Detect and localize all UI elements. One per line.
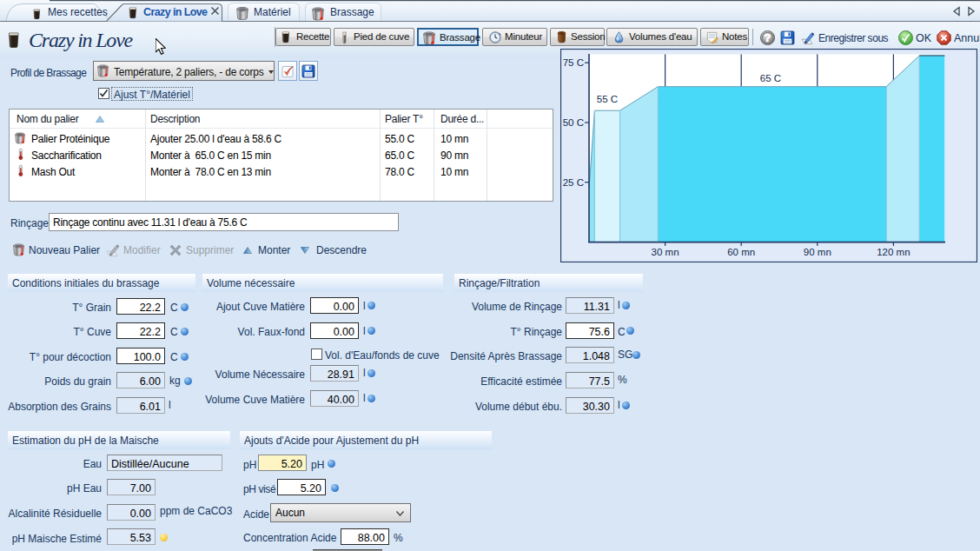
svg-text:Brassage: Brassage: [330, 6, 374, 18]
svg-text:30 mn: 30 mn: [652, 247, 679, 257]
svg-text:?: ?: [765, 31, 771, 44]
svg-text:75 C: 75 C: [563, 57, 584, 68]
svg-text:55 C: 55 C: [597, 94, 618, 104]
svg-text:50 C: 50 C: [563, 117, 584, 128]
svg-text:120 mn: 120 mn: [877, 247, 910, 257]
svg-text:60 mn: 60 mn: [727, 247, 755, 257]
svg-text:65 C: 65 C: [760, 73, 781, 83]
svg-text:25 C: 25 C: [563, 177, 584, 188]
svg-text:Crazy in Love: Crazy in Love: [143, 6, 208, 18]
svg-text:Matériel: Matériel: [254, 6, 291, 18]
svg-text:Mes recettes: Mes recettes: [48, 6, 108, 18]
svg-text:90 mn: 90 mn: [804, 247, 831, 257]
